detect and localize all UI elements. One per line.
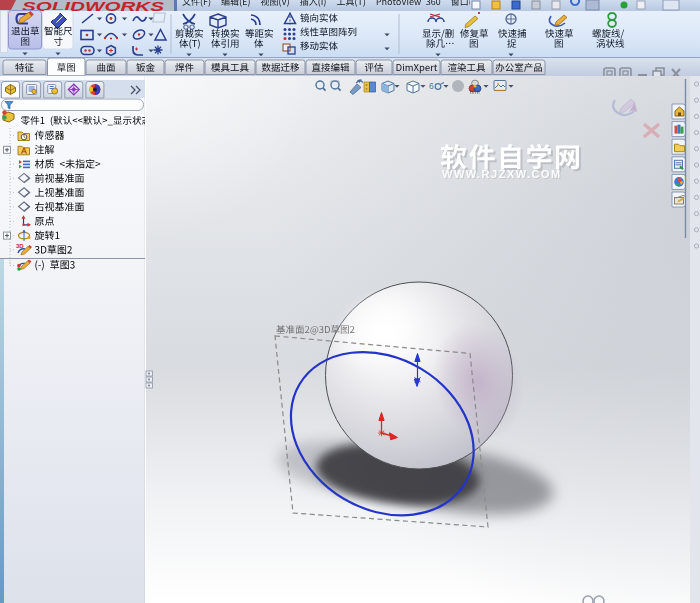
svg-text:6: 6 [429, 81, 434, 91]
svg-text:WWW.RJZXW.COM: WWW.RJZXW.COM [442, 168, 562, 180]
svg-text:3D: 3D [16, 243, 24, 249]
